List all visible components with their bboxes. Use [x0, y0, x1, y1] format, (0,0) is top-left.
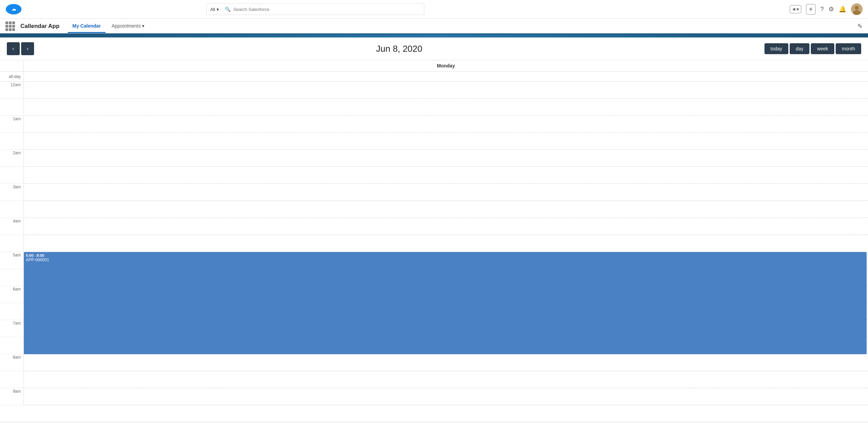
- favorites-dropdown-icon: ▾: [796, 6, 799, 12]
- edit-nav-button[interactable]: ✎: [857, 22, 863, 30]
- top-nav: ☁ All ▾ 🔍 ★ ▾ + ? ⚙ 🔔: [0, 0, 868, 19]
- time-row[interactable]: [0, 235, 868, 252]
- svg-text:☁: ☁: [12, 6, 16, 12]
- event-time: 5:00 - 8:00: [26, 253, 865, 257]
- time-label: [0, 269, 24, 286]
- calendar-header: ‹ › Jun 8, 2020 today day week month: [0, 37, 868, 60]
- time-label: [0, 133, 24, 150]
- time-label: [0, 303, 24, 320]
- view-month-button[interactable]: month: [836, 43, 861, 54]
- salesforce-logo[interactable]: ☁: [5, 3, 22, 15]
- tab-appointments[interactable]: Appointments ▾: [107, 20, 149, 33]
- time-label: 9am: [0, 388, 24, 405]
- next-button[interactable]: ›: [21, 42, 34, 55]
- time-row[interactable]: 2am: [0, 150, 868, 167]
- svg-point-3: [855, 6, 859, 10]
- time-row[interactable]: 1am: [0, 116, 868, 133]
- calendar-title: Jun 8, 2020: [376, 44, 422, 54]
- view-week-button[interactable]: week: [811, 43, 834, 54]
- time-label: [0, 235, 24, 252]
- new-item-button[interactable]: +: [806, 4, 816, 15]
- time-row[interactable]: 9am: [0, 388, 868, 405]
- time-slot[interactable]: [24, 218, 868, 235]
- time-label: 8am: [0, 354, 24, 371]
- app-name: Callendar App: [20, 23, 60, 30]
- time-label: 2am: [0, 150, 24, 167]
- time-slot[interactable]: [24, 167, 868, 184]
- time-slot[interactable]: [24, 99, 868, 115]
- favorites-button[interactable]: ★ ▾: [790, 5, 801, 13]
- sub-nav: Callendar App My Calendar Appointments ▾…: [0, 19, 868, 34]
- calendar-event[interactable]: 5:00 - 8:00APP-000001: [24, 252, 867, 354]
- nav-right: ★ ▾ + ? ⚙ 🔔: [790, 3, 863, 15]
- calendar-container: ‹ › Jun 8, 2020 today day week month Mon…: [0, 37, 868, 421]
- blue-banner: [0, 34, 868, 37]
- tab-my-calendar[interactable]: My Calendar: [68, 20, 106, 33]
- day-header-row: Monday: [0, 60, 868, 72]
- avatar-image: [851, 3, 863, 15]
- time-row[interactable]: [0, 99, 868, 116]
- time-label: [0, 201, 24, 218]
- search-scope-dropdown[interactable]: All ▾: [210, 7, 222, 12]
- time-label: 1am: [0, 116, 24, 132]
- settings-button[interactable]: ⚙: [828, 5, 834, 13]
- time-row[interactable]: 8am: [0, 354, 868, 371]
- app-launcher-button[interactable]: [5, 21, 15, 31]
- bell-icon: 🔔: [839, 5, 846, 13]
- time-row[interactable]: [0, 371, 868, 388]
- time-gutter-header: [0, 60, 24, 71]
- time-slot[interactable]: [24, 150, 868, 167]
- time-label: 6am: [0, 286, 24, 303]
- appointments-dropdown-icon: ▾: [142, 23, 144, 29]
- time-row[interactable]: 4am: [0, 218, 868, 235]
- help-icon: ?: [820, 6, 824, 13]
- time-slot[interactable]: [24, 184, 868, 201]
- time-label: 3am: [0, 184, 24, 201]
- time-label: [0, 371, 24, 388]
- time-slot[interactable]: [24, 388, 868, 405]
- user-avatar[interactable]: [851, 3, 863, 15]
- time-slot[interactable]: [24, 82, 868, 98]
- all-day-label: all-day: [0, 72, 24, 81]
- time-slot[interactable]: [24, 133, 868, 150]
- all-day-content[interactable]: [24, 72, 868, 81]
- plus-icon: +: [809, 5, 813, 13]
- time-slot[interactable]: [24, 371, 868, 388]
- time-slot[interactable]: [24, 116, 868, 132]
- view-day-button[interactable]: day: [790, 43, 810, 54]
- dropdown-chevron-icon: ▾: [217, 7, 219, 12]
- calendar-grid: Monday all-day 12am1am2am3am4am5am6am7am…: [0, 60, 868, 405]
- gear-icon: ⚙: [828, 5, 834, 13]
- time-row[interactable]: 3am: [0, 184, 868, 201]
- help-button[interactable]: ?: [820, 6, 824, 13]
- time-label: [0, 167, 24, 184]
- nav-arrows: ‹ ›: [7, 42, 34, 55]
- view-today-button[interactable]: today: [764, 43, 788, 54]
- day-header-monday: Monday: [24, 60, 868, 71]
- time-label: 12am: [0, 82, 24, 98]
- search-input[interactable]: [233, 7, 421, 12]
- search-bar: All ▾ 🔍: [206, 3, 424, 15]
- time-label: 5am: [0, 252, 24, 269]
- time-row[interactable]: 12am: [0, 82, 868, 99]
- time-label: 7am: [0, 320, 24, 337]
- search-magnifier-icon: 🔍: [225, 6, 231, 12]
- prev-button[interactable]: ‹: [7, 42, 20, 55]
- all-day-row: all-day: [0, 72, 868, 82]
- view-buttons: today day week month: [764, 43, 861, 54]
- time-slot[interactable]: [24, 354, 868, 371]
- time-row[interactable]: [0, 167, 868, 184]
- time-rows: 12am1am2am3am4am5am6am7am8am9am5:00 - 8:…: [0, 82, 868, 405]
- time-label: [0, 337, 24, 354]
- time-slot[interactable]: [24, 201, 868, 218]
- event-name: APP-000001: [26, 257, 865, 262]
- time-slot[interactable]: [24, 235, 868, 252]
- notifications-button[interactable]: 🔔: [839, 5, 846, 13]
- star-icon: ★: [792, 6, 796, 12]
- time-label: 4am: [0, 218, 24, 235]
- time-row[interactable]: [0, 133, 868, 150]
- time-label: [0, 99, 24, 115]
- time-row[interactable]: [0, 201, 868, 218]
